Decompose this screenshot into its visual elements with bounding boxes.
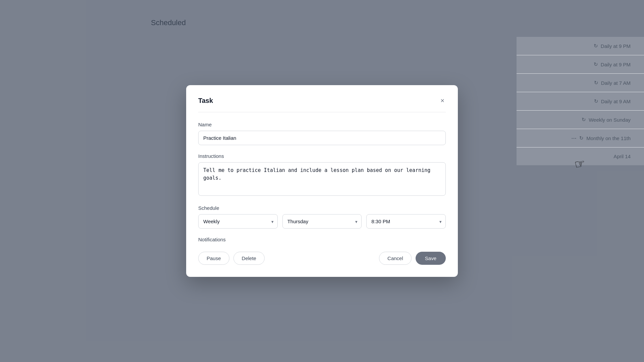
delete-button[interactable]: Delete <box>233 252 265 265</box>
footer-left-actions: Pause Delete <box>198 252 265 265</box>
time-select-wrapper: 8:30 PM 8:00 PM 9:00 PM 9:30 PM ▾ <box>366 214 446 229</box>
instructions-input[interactable]: Tell me to practice Italian and include … <box>198 162 446 196</box>
instructions-field-group: Instructions Tell me to practice Italian… <box>198 153 446 197</box>
schedule-field-group: Schedule Weekly Daily Monthly ▾ Thursday… <box>198 205 446 229</box>
frequency-select-wrapper: Weekly Daily Monthly ▾ <box>198 214 278 229</box>
task-modal: Task × Name Instructions Tell me to prac… <box>186 85 458 277</box>
frequency-select[interactable]: Weekly Daily Monthly <box>198 214 278 229</box>
day-select-wrapper: Thursday Monday Tuesday Wednesday Friday… <box>282 214 362 229</box>
name-field-group: Name <box>198 122 446 145</box>
schedule-row: Weekly Daily Monthly ▾ Thursday Monday T… <box>198 214 446 229</box>
notifications-field-group: Notifications <box>198 237 446 242</box>
cancel-button[interactable]: Cancel <box>379 252 412 265</box>
day-select[interactable]: Thursday Monday Tuesday Wednesday Friday… <box>282 214 362 229</box>
pause-button[interactable]: Pause <box>198 252 229 265</box>
modal-footer: Pause Delete Cancel Save <box>198 252 446 265</box>
footer-right-actions: Cancel Save <box>379 252 446 265</box>
modal-title: Task <box>198 97 213 105</box>
instructions-label: Instructions <box>198 153 446 159</box>
name-label: Name <box>198 122 446 127</box>
notifications-label: Notifications <box>198 237 446 242</box>
modal-header: Task × <box>198 96 446 112</box>
schedule-label: Schedule <box>198 205 446 211</box>
modal-backdrop: Task × Name Instructions Tell me to prac… <box>0 0 644 362</box>
time-select[interactable]: 8:30 PM 8:00 PM 9:00 PM 9:30 PM <box>366 214 446 229</box>
close-button[interactable]: × <box>439 96 446 105</box>
save-button[interactable]: Save <box>416 252 446 265</box>
name-input[interactable] <box>198 131 446 145</box>
